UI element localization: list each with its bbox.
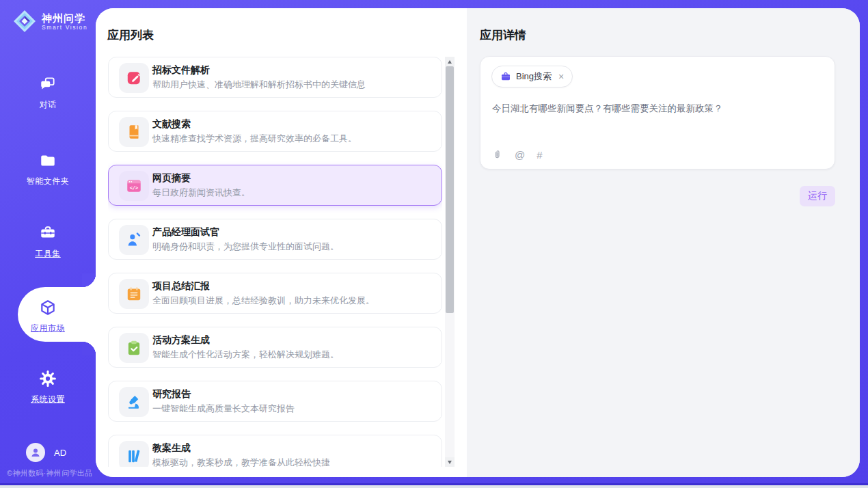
app-card-bid-document-analysis[interactable]: 招标文件解析 帮助用户快速、准确地理解和解析招标书中的关键信息 [108,57,442,98]
gear-icon [39,370,57,390]
clipboard-check-icon [119,333,149,363]
brand-name: 神州问学 [42,12,87,24]
toolbox-icon [39,224,57,245]
scroll-up-icon [448,60,452,64]
list-scrollbar[interactable] [445,57,455,467]
run-button[interactable]: 运行 [800,186,835,206]
briefcase-icon [500,71,511,82]
tab-fillet-bottom [82,342,96,355]
user-icon [29,446,42,459]
document-edit-icon [119,63,149,93]
app-card-pm-interviewer[interactable]: 产品经理面试官 明确身份和职责，为您提供专业性的面试问题。 [108,219,442,260]
app-detail-title: 应用详情 [480,27,526,43]
app-card-research-report[interactable]: 研究报告 一键智能生成高质量长文本研究报告 [108,381,442,422]
user-chip[interactable]: AD [26,443,66,462]
hash-icon[interactable]: # [537,149,542,161]
app-name: 文献搜索 [152,118,191,131]
close-icon[interactable]: × [558,72,564,81]
tool-tag-bing-search[interactable]: Bing搜索 × [491,66,573,87]
app-description: 明确身份和职责，为您提供专业性的面试问题。 [152,241,339,253]
app-name: 教案生成 [152,442,191,455]
app-list-title: 应用列表 [107,27,154,43]
tool-tag-label: Bing搜索 [516,70,552,83]
app-description: 快速精准查找学术资源，提高研究效率的必备工具。 [152,133,357,145]
book-icon [119,117,149,147]
interviewer-icon [119,225,149,255]
sidebar-item-chat[interactable]: 对话 [0,75,96,111]
app-description: 帮助用户快速、准确地理解和解析招标书中的关键信息 [152,79,366,91]
scrollbar-up-button[interactable] [445,57,455,66]
app-card-event-plan[interactable]: 活动方案生成 智能生成个性化活动方案，轻松解决规划难题。 [108,327,442,368]
sidebar-item-app-market[interactable]: 应用市场 [0,299,96,334]
app-name: 研究报告 [152,388,191,401]
chat-icon [39,75,57,96]
app-card-literature-search[interactable]: 文献搜索 快速精准查找学术资源，提高研究效率的必备工具。 [108,111,442,152]
sidebar-item-label: 智能文件夹 [27,176,70,187]
app-detail-pane: 应用详情 Bing搜索 × 今日湖北有哪些新闻要点？有哪些需要关注的最新政策？ … [467,8,860,477]
app-description: 全面回顾项目进展，总结经验教训，助力未来优化发展。 [152,295,375,307]
query-input-card[interactable]: Bing搜索 × 今日湖北有哪些新闻要点？有哪些需要关注的最新政策？ @ # [480,56,835,170]
scrollbar-thumb[interactable] [446,66,454,313]
calendar-report-icon [119,279,149,309]
query-input-text[interactable]: 今日湖北有哪些新闻要点？有哪些需要关注的最新政策？ [492,102,821,116]
svg-text:</>: </> [130,185,139,191]
user-initials: AD [54,448,66,458]
sidebar-footer-text: ©神州数码·神州问学出品 [7,468,92,478]
app-card-webpage-summary[interactable]: </> 网页摘要 每日政府新闻资讯快查。 [108,165,442,206]
app-card-project-summary[interactable]: 项目总结汇报 全面回顾项目进展，总结经验教训，助力未来优化发展。 [108,273,442,314]
app-name: 产品经理面试官 [152,226,219,239]
app-card-list: 招标文件解析 帮助用户快速、准确地理解和解析招标书中的关键信息 文献搜索 快速精… [108,57,442,467]
app-description: 每日政府新闻资讯快查。 [152,187,250,199]
app-name: 项目总结汇报 [152,280,210,293]
main-panel: 应用列表 招标文件解析 帮助用户快速、准确地理解和解析招标书中的关键信息 [96,8,860,477]
folder-icon [39,152,57,172]
composer-toolbar: @ # [492,149,543,161]
app-name: 招标文件解析 [152,64,210,77]
paperclip-icon[interactable] [492,150,503,161]
app-name: 网页摘要 [152,172,191,185]
sidebar-item-label: 应用市场 [31,323,65,334]
brand-subtitle: Smart Vision [42,24,87,31]
webpage-code-icon: </> [119,171,149,201]
app-description: 模板驱动，教案秒成，教学准备从此轻松快捷 [152,457,330,467]
sidebar: 神州问学 Smart Vision 对话 智能文件夹 [0,0,96,488]
sidebar-item-settings[interactable]: 系统设置 [0,370,96,405]
sidebar-item-label: 系统设置 [31,394,65,405]
sidebar-item-label: 工具集 [35,248,61,260]
scroll-down-icon [448,461,452,464]
tab-fillet-top [82,273,96,287]
scrollbar-down-button[interactable] [445,457,455,467]
window-bottom-edge [0,485,868,488]
books-icon [119,441,149,467]
app-description: 一键智能生成高质量长文本研究报告 [152,403,295,415]
app-list-pane: 应用列表 招标文件解析 帮助用户快速、准确地理解和解析招标书中的关键信息 [96,8,467,477]
diamond-logo-icon [12,9,37,33]
app-card-lesson-plan[interactable]: 教案生成 模板驱动，教案秒成，教学准备从此轻松快捷 [108,435,442,467]
research-icon [119,387,149,417]
sidebar-item-toolset[interactable]: 工具集 [0,224,96,260]
brand-logo: 神州问学 Smart Vision [12,9,87,33]
app-name: 活动方案生成 [152,334,210,347]
sidebar-item-smart-folder[interactable]: 智能文件夹 [0,152,96,187]
cube-icon [39,299,57,319]
mention-icon[interactable]: @ [515,149,525,161]
app-description: 智能生成个性化活动方案，轻松解决规划难题。 [152,349,339,361]
avatar [26,443,45,462]
sidebar-item-label: 对话 [40,99,57,111]
